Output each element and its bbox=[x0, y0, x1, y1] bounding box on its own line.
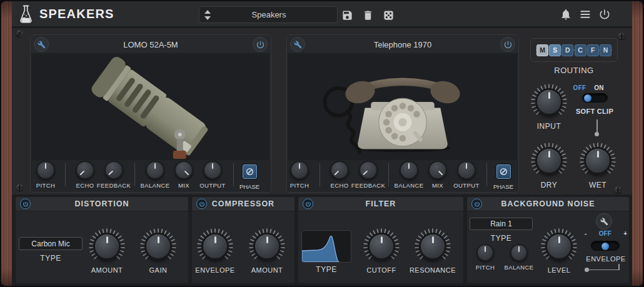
power-icon bbox=[474, 201, 480, 207]
toggle-knob bbox=[584, 94, 591, 102]
system-toolbar bbox=[560, 8, 611, 21]
divider bbox=[319, 163, 320, 186]
compressor-envelope-knob[interactable]: ENVELOPE bbox=[195, 226, 235, 274]
routing-node-d[interactable]: D bbox=[561, 44, 573, 56]
save-icon[interactable] bbox=[341, 8, 353, 22]
speaker1-knob-row: PITCH ECHO FEEDBACK BALANCE MIX OUTPUT P… bbox=[31, 159, 271, 192]
routing-node-c[interactable]: C bbox=[575, 44, 586, 56]
preset-prev-icon[interactable] bbox=[204, 10, 211, 14]
speaker1-power-button[interactable] bbox=[253, 37, 268, 52]
speakers-plugin-window: SPEAKERS Speakers bbox=[0, 0, 644, 287]
power-icon bbox=[23, 201, 29, 207]
soft-clip-on-label: ON bbox=[588, 84, 610, 91]
speaker2-pitch-knob[interactable]: PITCH bbox=[281, 161, 318, 189]
filter-header: FILTER bbox=[298, 197, 463, 211]
envelope-minus-label: - bbox=[585, 230, 586, 237]
toggle-knob bbox=[601, 243, 609, 250]
screw bbox=[615, 186, 621, 193]
speaker1-display bbox=[32, 54, 269, 160]
wrench-icon bbox=[294, 41, 302, 49]
distortion-amount-knob[interactable]: AMOUNT bbox=[87, 226, 127, 274]
noise-level-knob[interactable]: LEVEL bbox=[539, 226, 579, 274]
power-icon bbox=[305, 201, 311, 207]
flask-logo-icon bbox=[18, 4, 34, 24]
filter-curve bbox=[302, 231, 351, 262]
speaker2-phase-toggle[interactable]: PHASE bbox=[485, 161, 522, 190]
compressor-amount-knob[interactable]: AMOUNT bbox=[247, 226, 287, 274]
power-icon[interactable] bbox=[598, 8, 611, 21]
dice-icon[interactable] bbox=[382, 8, 395, 22]
bell-icon[interactable] bbox=[560, 8, 572, 21]
noise-body: Rain 1 TYPE PITCH BALANCE LEVEL bbox=[467, 211, 629, 283]
speaker1-pitch-knob[interactable]: PITCH bbox=[27, 161, 64, 189]
filter-power-button[interactable] bbox=[303, 199, 313, 209]
dry-knob[interactable]: DRY bbox=[529, 141, 569, 189]
filter-section: FILTER TYPE CUTOFF bbox=[298, 197, 463, 283]
wet-knob[interactable]: WET bbox=[578, 141, 618, 189]
filter-type-display[interactable] bbox=[301, 230, 351, 263]
distortion-gain-knob[interactable]: GAIN bbox=[138, 226, 178, 274]
speaker1-output-knob[interactable]: OUTPUT bbox=[194, 161, 231, 189]
preset-name[interactable]: Speakers bbox=[216, 10, 337, 19]
telephone-image bbox=[288, 54, 517, 160]
hamburger-icon[interactable] bbox=[579, 8, 591, 21]
speaker2-power-button[interactable] bbox=[500, 37, 515, 52]
speaker1-phase-toggle[interactable]: PHASE bbox=[231, 161, 268, 190]
main-panel: LOMO 52A-5M bbox=[12, 28, 632, 194]
preset-spinner[interactable] bbox=[199, 7, 216, 23]
noise-power-button[interactable] bbox=[471, 199, 482, 209]
noise-wrench-button[interactable] bbox=[596, 213, 612, 229]
noise-balance-knob[interactable]: BALANCE bbox=[502, 244, 536, 271]
speaker1-feedback-knob[interactable]: FEEDBACK bbox=[95, 161, 133, 189]
noise-type-select[interactable]: Rain 1 bbox=[470, 218, 533, 230]
envelope-connector-h bbox=[589, 269, 619, 271]
noise-envelope-toggle[interactable] bbox=[591, 241, 620, 251]
wood-panel-left bbox=[1, 1, 12, 286]
distortion-type-label: TYPE bbox=[19, 254, 83, 263]
power-icon bbox=[256, 40, 265, 49]
screw bbox=[15, 29, 24, 38]
routing-node-n[interactable]: N bbox=[600, 44, 611, 56]
routing-node-s[interactable]: S bbox=[549, 44, 561, 56]
speaker1-title: LOMO 52A-5M bbox=[31, 40, 271, 49]
routing-label: ROUTING bbox=[530, 66, 618, 75]
soft-clip-toggle[interactable] bbox=[582, 93, 608, 103]
bottom-sections: DISTORTION Carbon Mic TYPE AMOUNT GAIN bbox=[12, 194, 632, 286]
routing-node-m[interactable]: M bbox=[536, 44, 548, 56]
filter-cutoff-knob[interactable]: CUTOFF bbox=[361, 226, 401, 274]
divider bbox=[134, 163, 135, 186]
input-knob[interactable]: INPUT bbox=[529, 82, 569, 131]
compressor-section: COMPRESSOR ENVELOPE AMOUNT bbox=[192, 197, 294, 283]
trash-icon[interactable] bbox=[361, 8, 374, 22]
power-icon bbox=[199, 201, 205, 207]
noise-header: BACKGROUND NOISE bbox=[467, 197, 629, 211]
distortion-body: Carbon Mic TYPE AMOUNT GAIN bbox=[16, 211, 188, 283]
speaker2-wrench-button[interactable] bbox=[290, 37, 305, 52]
preset-bar: Speakers bbox=[199, 6, 338, 23]
connector-dot bbox=[595, 132, 599, 136]
envelope-off-label: OFF bbox=[599, 230, 611, 237]
compressor-header: COMPRESSOR bbox=[192, 197, 294, 211]
noise-envelope-label: ENVELOPE bbox=[578, 255, 633, 263]
distortion-type-select[interactable]: Carbon Mic bbox=[19, 237, 83, 250]
preset-next-icon[interactable] bbox=[204, 16, 211, 20]
preset-toolbar bbox=[341, 8, 395, 22]
filter-resonance-knob[interactable]: RESONANCE bbox=[413, 226, 453, 274]
phase-icon[interactable] bbox=[496, 164, 511, 179]
distortion-header: DISTORTION bbox=[16, 197, 188, 211]
noise-pitch-knob[interactable]: PITCH bbox=[468, 244, 502, 271]
speaker2-feedback-knob[interactable]: FEEDBACK bbox=[350, 161, 387, 189]
routing-node-f[interactable]: F bbox=[587, 44, 599, 56]
screw bbox=[16, 184, 23, 191]
compressor-power-button[interactable] bbox=[196, 199, 207, 209]
divider bbox=[65, 163, 66, 186]
phase-icon[interactable] bbox=[243, 164, 257, 179]
distortion-power-button[interactable] bbox=[20, 199, 31, 209]
envelope-plus-label: + bbox=[623, 230, 627, 237]
speaker-module-2: Telephone 1970 bbox=[286, 34, 519, 193]
microphone-image bbox=[32, 54, 269, 160]
speaker1-header: LOMO 52A-5M bbox=[31, 35, 271, 54]
speaker1-wrench-button[interactable] bbox=[34, 37, 49, 52]
routing-chain: M S D C F N bbox=[530, 38, 618, 62]
speaker2-output-knob[interactable]: OUTPUT bbox=[448, 161, 485, 189]
